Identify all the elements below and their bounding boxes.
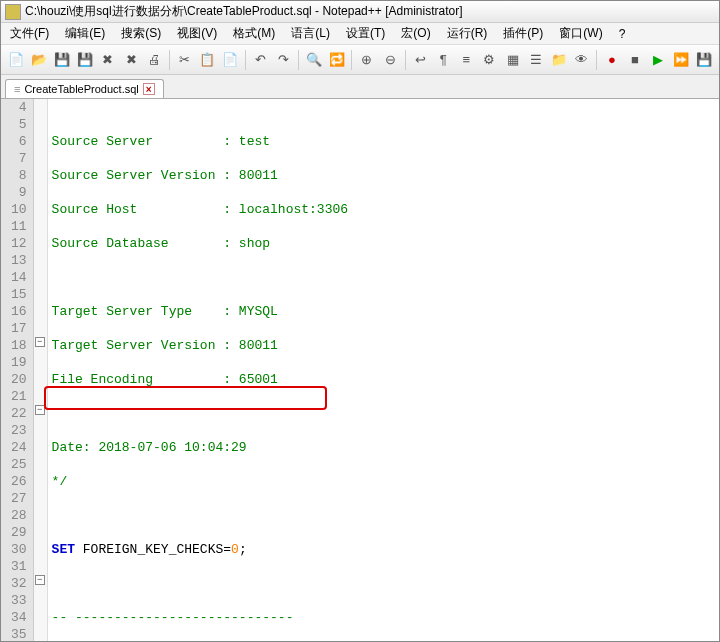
fold-minus-icon[interactable]: −	[35, 575, 45, 585]
menu-run[interactable]: 运行(R)	[442, 23, 493, 44]
fold-column: − − −	[34, 99, 48, 642]
line-number: 7	[11, 150, 27, 167]
record-macro-icon[interactable]: ●	[601, 49, 622, 71]
menu-help[interactable]: ?	[614, 25, 631, 43]
code-text: Date: 2018-07-06 10:04:29	[52, 440, 247, 455]
line-number: 11	[11, 218, 27, 235]
open-file-icon[interactable]: 📂	[28, 49, 49, 71]
fold-minus-icon[interactable]: −	[35, 337, 45, 347]
menu-bar: 文件(F) 编辑(E) 搜索(S) 视图(V) 格式(M) 语言(L) 设置(T…	[1, 23, 719, 45]
line-number: 13	[11, 252, 27, 269]
title-bar: C:\houzi\使用sql进行数据分析\CreateTableProduct.…	[1, 1, 719, 23]
line-number: 14	[11, 269, 27, 286]
redo-icon[interactable]: ↷	[273, 49, 294, 71]
line-number: 22	[11, 405, 27, 422]
menu-plugins[interactable]: 插件(P)	[498, 23, 548, 44]
indent-guide-icon[interactable]: ≡	[456, 49, 477, 71]
toolbar-sep	[245, 50, 246, 70]
menu-window[interactable]: 窗口(W)	[554, 23, 607, 44]
line-number: 10	[11, 201, 27, 218]
code-text: ;	[239, 542, 247, 557]
menu-search[interactable]: 搜索(S)	[116, 23, 166, 44]
line-number: 26	[11, 473, 27, 490]
new-file-icon[interactable]: 📄	[5, 49, 26, 71]
code-num: 0	[231, 542, 239, 557]
menu-macro[interactable]: 宏(O)	[396, 23, 435, 44]
line-number: 9	[11, 184, 27, 201]
menu-edit[interactable]: 编辑(E)	[60, 23, 110, 44]
menu-language[interactable]: 语言(L)	[286, 23, 335, 44]
doc-map-icon[interactable]: ▦	[502, 49, 523, 71]
stop-macro-icon[interactable]: ■	[624, 49, 645, 71]
play-macro-icon[interactable]: ▶	[648, 49, 669, 71]
code-text: Source Server Version : 80011	[52, 168, 278, 183]
code-text: Source Host : localhost:3306	[52, 202, 348, 217]
line-number: 24	[11, 439, 27, 456]
code-kw: SET	[52, 542, 75, 557]
line-number: 18	[11, 337, 27, 354]
replace-icon[interactable]: 🔁	[326, 49, 347, 71]
code-text: Source Database : shop	[52, 236, 270, 251]
save-macro-icon[interactable]: 💾	[694, 49, 715, 71]
line-number: 25	[11, 456, 27, 473]
show-all-chars-icon[interactable]: ¶	[433, 49, 454, 71]
paste-icon[interactable]: 📄	[220, 49, 241, 71]
func-list-icon[interactable]: ☰	[525, 49, 546, 71]
monitor-icon[interactable]: 👁	[571, 49, 592, 71]
play-multi-icon[interactable]: ⏩	[671, 49, 692, 71]
editor-area[interactable]: 4567891011121314151617181920212223242526…	[1, 99, 719, 642]
cut-icon[interactable]: ✂	[174, 49, 195, 71]
line-number: 17	[11, 320, 27, 337]
tab-bar: ≡ CreateTableProduct.sql ×	[1, 75, 719, 99]
zoom-in-icon[interactable]: ⊕	[356, 49, 377, 71]
toolbar-sep	[405, 50, 406, 70]
line-number: 19	[11, 354, 27, 371]
line-number: 6	[11, 133, 27, 150]
menu-settings[interactable]: 设置(T)	[341, 23, 390, 44]
code-text: =	[223, 542, 231, 557]
line-number: 30	[11, 541, 27, 558]
wordwrap-icon[interactable]: ↩	[410, 49, 431, 71]
zoom-out-icon[interactable]: ⊖	[379, 49, 400, 71]
line-number: 27	[11, 490, 27, 507]
save-all-icon[interactable]: 💾	[74, 49, 95, 71]
line-number: 35	[11, 626, 27, 642]
line-number: 16	[11, 303, 27, 320]
toolbar-sep	[596, 50, 597, 70]
code-text: File Encoding : 65001	[52, 372, 278, 387]
line-number: 32	[11, 575, 27, 592]
close-all-icon[interactable]: ✖	[121, 49, 142, 71]
code-content[interactable]: Source Server : test Source Server Versi…	[48, 99, 653, 642]
window-title: C:\houzi\使用sql进行数据分析\CreateTableProduct.…	[25, 3, 463, 20]
tab-label: CreateTableProduct.sql	[24, 83, 138, 95]
ud-lang-icon[interactable]: ⚙	[479, 49, 500, 71]
find-icon[interactable]: 🔍	[303, 49, 324, 71]
fold-minus-icon[interactable]: −	[35, 405, 45, 415]
tab-close-icon[interactable]: ×	[143, 83, 155, 95]
line-number-gutter: 4567891011121314151617181920212223242526…	[1, 99, 34, 642]
toolbar: 📄 📂 💾 💾 ✖ ✖ 🖨 ✂ 📋 📄 ↶ ↷ 🔍 🔁 ⊕ ⊖ ↩ ¶ ≡ ⚙ …	[1, 45, 719, 75]
code-text: */	[52, 474, 68, 489]
toolbar-sep	[298, 50, 299, 70]
line-number: 23	[11, 422, 27, 439]
menu-view[interactable]: 视图(V)	[172, 23, 222, 44]
code-comment: -- ----------------------------	[52, 610, 294, 625]
line-number: 8	[11, 167, 27, 184]
menu-format[interactable]: 格式(M)	[228, 23, 280, 44]
folder-as-workspace-icon[interactable]: 📁	[548, 49, 569, 71]
toolbar-sep	[169, 50, 170, 70]
undo-icon[interactable]: ↶	[250, 49, 271, 71]
line-number: 31	[11, 558, 27, 575]
line-number: 29	[11, 524, 27, 541]
print-icon[interactable]: 🖨	[144, 49, 165, 71]
code-text: Source Server : test	[52, 134, 270, 149]
line-number: 21	[11, 388, 27, 405]
copy-icon[interactable]: 📋	[197, 49, 218, 71]
close-icon[interactable]: ✖	[97, 49, 118, 71]
line-number: 12	[11, 235, 27, 252]
menu-file[interactable]: 文件(F)	[5, 23, 54, 44]
tab-active[interactable]: ≡ CreateTableProduct.sql ×	[5, 79, 164, 98]
line-number: 4	[11, 99, 27, 116]
save-icon[interactable]: 💾	[51, 49, 72, 71]
app-icon	[5, 4, 21, 20]
